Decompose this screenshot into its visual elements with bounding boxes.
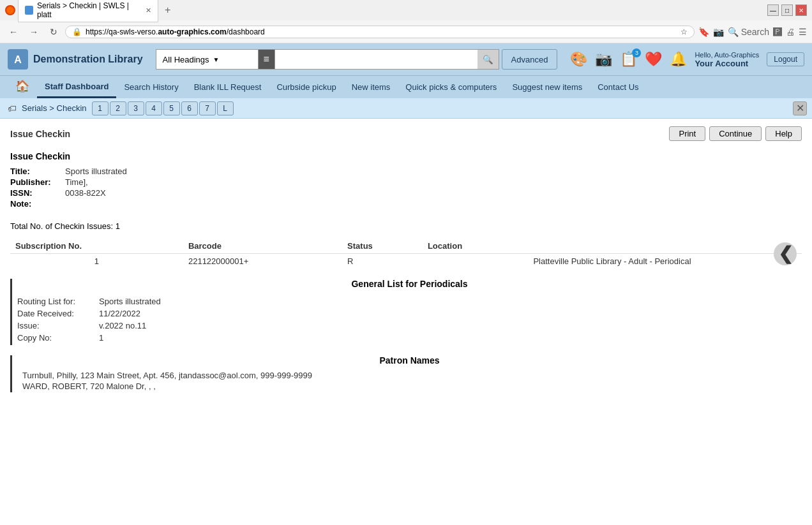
action-buttons: Print Continue Help <box>669 126 802 141</box>
print-icon[interactable]: 🖨 <box>786 27 795 37</box>
svg-text:A: A <box>14 54 22 65</box>
header-right-icons: 🎨 📷 📋 3 ❤️ 🔔 Hello, Auto-Graphics Your A… <box>570 51 804 68</box>
library-name: Demonstration Library <box>33 54 143 65</box>
table-row: 1 221122000001+ R Platteville Public Lib… <box>10 254 802 269</box>
back-arrow-button[interactable]: ❮ <box>774 242 797 265</box>
screenshot-icon[interactable]: 📷 <box>713 27 724 37</box>
print-button[interactable]: Print <box>669 126 705 141</box>
nav-item-contact[interactable]: Contact Us <box>590 77 646 97</box>
routing-border <box>10 279 12 345</box>
total-label: Total No. of Checkin Issues: <box>10 221 113 231</box>
bell-icon[interactable]: 🔔 <box>670 51 687 68</box>
advanced-search-button[interactable]: Advanced <box>502 49 558 70</box>
routing-header: General List for Periodicals <box>17 279 802 289</box>
date-received-row: Date Received: 11/22/2022 <box>17 309 802 318</box>
menu-icon[interactable]: ☰ <box>799 27 807 37</box>
star-icon[interactable]: ☆ <box>680 27 688 36</box>
new-tab-button[interactable]: + <box>161 3 174 17</box>
search-input[interactable] <box>275 49 477 70</box>
browser-title-bar: Serials > Checkin | SWLS | platt ✕ + — □… <box>0 0 812 20</box>
total-value: 1 <box>116 221 120 231</box>
refresh-button[interactable]: ↻ <box>46 26 61 38</box>
issue-row: Issue: v.2022 no.11 <box>17 321 802 330</box>
continue-button[interactable]: Continue <box>709 126 762 141</box>
nav-item-suggest[interactable]: Suggest new items <box>504 77 590 97</box>
date-received-label: Date Received: <box>17 309 94 318</box>
window-controls: — □ ✕ <box>767 4 807 16</box>
nav-item-new-items[interactable]: New items <box>344 77 398 97</box>
cell-sub-no: 1 <box>10 254 183 269</box>
step-6-button[interactable]: 6 <box>181 101 198 115</box>
bookmark-icon[interactable]: 🔖 <box>698 27 709 37</box>
routing-section-wrapper: General List for Periodicals Routing Lis… <box>10 279 802 345</box>
step-2-button[interactable]: 2 <box>110 101 126 115</box>
nav-item-quick-picks[interactable]: Quick picks & computers <box>398 77 504 97</box>
chevron-down-icon: ▼ <box>213 56 220 63</box>
address-bar[interactable]: 🔒 https://qa-swls-verso.auto-graphics.co… <box>65 26 695 38</box>
app-header-top: A Demonstration Library All Headings ▼ ≡… <box>0 43 812 75</box>
step-l-button[interactable]: L <box>217 101 234 115</box>
browser-tabs: Serials > Checkin | SWLS | platt ✕ + <box>5 0 767 22</box>
maximize-button[interactable]: □ <box>781 4 793 16</box>
nav-item-search-history[interactable]: Search History <box>116 77 186 97</box>
cell-status: R <box>342 254 423 269</box>
nav-item-staff-dashboard[interactable]: Staff Dashboard <box>37 77 116 98</box>
breadcrumb-icon: 🏷 <box>8 103 17 114</box>
breadcrumb-steps: 1 2 3 4 5 6 7 L <box>92 101 234 115</box>
note-row: Note: <box>10 199 802 209</box>
heart-icon[interactable]: ❤️ <box>645 51 662 68</box>
step-1-button[interactable]: 1 <box>92 101 109 115</box>
list-icon[interactable]: 📋 3 <box>620 51 637 68</box>
breadcrumb-bar: 🏷 Serials > Checkin 1 2 3 4 5 6 7 L ✕ <box>0 98 812 119</box>
tab-favicon <box>25 6 33 15</box>
section-heading: Issue Checkin <box>10 151 802 161</box>
step-5-button[interactable]: 5 <box>163 101 180 115</box>
user-greeting: Hello, Auto-Graphics <box>695 51 759 59</box>
close-button[interactable]: ✕ <box>795 4 807 16</box>
tab-title: Serials > Checkin | SWLS | platt <box>37 1 138 19</box>
search-type-dropdown[interactable]: All Headings ▼ <box>156 49 258 70</box>
title-label: Title: <box>10 166 61 176</box>
browser-window: Serials > Checkin | SWLS | platt ✕ + — □… <box>0 0 812 400</box>
col-location: Location <box>423 239 802 254</box>
routing-list-row: Routing List for: Sports illustrated <box>17 297 802 306</box>
logo-icon: A <box>8 49 28 70</box>
active-tab[interactable]: Serials > Checkin | SWLS | platt ✕ <box>18 0 158 22</box>
col-status: Status <box>342 239 423 254</box>
copy-no-value: 1 <box>99 333 103 343</box>
routing-list-value: Sports illustrated <box>99 297 161 306</box>
cell-location: Platteville Public Library - Adult - Per… <box>423 254 802 269</box>
pocket-icon[interactable]: 🅿 <box>773 27 782 37</box>
help-button[interactable]: Help <box>765 126 802 141</box>
app-logo: A Demonstration Library <box>8 49 143 70</box>
close-breadcrumb-button[interactable]: ✕ <box>793 101 807 115</box>
publisher-label: Publisher: <box>10 177 61 187</box>
stats-row: Total No. of Checkin Issues: 1 <box>10 221 802 231</box>
user-account-dropdown[interactable]: Your Account <box>695 59 759 68</box>
search-button[interactable]: 🔍 <box>477 49 499 70</box>
logout-button[interactable]: Logout <box>767 52 804 66</box>
step-7-button[interactable]: 7 <box>199 101 216 115</box>
app-header: A Demonstration Library All Headings ▼ ≡… <box>0 43 812 98</box>
minimize-button[interactable]: — <box>767 4 779 16</box>
back-button[interactable]: ← <box>5 26 22 38</box>
stack-icon[interactable]: ≡ <box>258 49 275 70</box>
app-nav: 🏠 Staff Dashboard Search History Blank I… <box>0 75 812 98</box>
patron-section: Patron Names Turnbull, Philly, 123 Main … <box>17 355 802 392</box>
forward-button[interactable]: → <box>26 26 42 38</box>
nav-item-blank-ill[interactable]: Blank ILL Request <box>186 77 269 97</box>
search-bar-icon[interactable]: 🔍 Search <box>728 27 769 37</box>
routing-list-label: Routing List for: <box>17 297 94 306</box>
step-4-button[interactable]: 4 <box>146 101 162 115</box>
tab-close-icon[interactable]: ✕ <box>146 6 151 15</box>
step-3-button[interactable]: 3 <box>128 101 144 115</box>
patron-item-1: Turnbull, Philly, 123 Main Street, Apt. … <box>17 371 802 380</box>
issn-value: 0038-822X <box>65 188 106 198</box>
camera-icon[interactable]: 📷 <box>595 51 612 68</box>
palette-icon[interactable]: 🎨 <box>570 51 587 68</box>
search-type-label: All Headings <box>163 55 209 64</box>
nav-item-curbside[interactable]: Curbside pickup <box>269 77 343 97</box>
issue-label: Issue: <box>17 321 94 330</box>
col-barcode: Barcode <box>183 239 342 254</box>
nav-home-icon[interactable]: 🏠 <box>8 74 37 100</box>
